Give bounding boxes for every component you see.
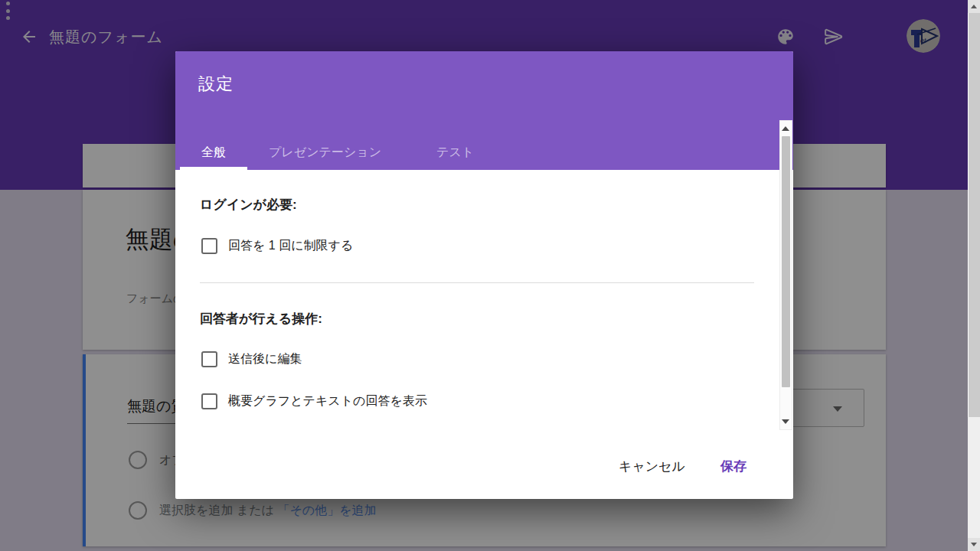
tab-quiz[interactable]: テスト: [415, 135, 495, 170]
checkbox-icon[interactable]: [201, 351, 217, 367]
dialog-footer: キャンセル 保存: [175, 435, 793, 499]
active-tab-underline: [180, 167, 247, 170]
dialog-scrollbar-thumb[interactable]: [782, 136, 790, 387]
settings-tabs: 全般 プレゼンテーション テスト: [180, 135, 495, 170]
scroll-down-arrow-icon[interactable]: [968, 538, 980, 551]
settings-dialog: 設定 全般 プレゼンテーション テスト ログインが必要: 回答を 1 回に制限す…: [175, 51, 793, 499]
checkbox-icon[interactable]: [201, 393, 217, 409]
page-scrollbar-thumb[interactable]: [968, 13, 980, 417]
checkbox-row-limit-one-response[interactable]: 回答を 1 回に制限する: [201, 238, 353, 254]
checkbox-row-edit-after-submit[interactable]: 送信後に編集: [201, 351, 302, 367]
scroll-down-arrow-icon[interactable]: [782, 419, 789, 424]
dialog-scrollbar[interactable]: [779, 120, 792, 430]
checkbox-row-show-summary-charts[interactable]: 概要グラフとテキストの回答を表示: [201, 393, 427, 409]
section-heading-respondent-actions: 回答者が行える操作:: [200, 310, 322, 328]
checkbox-label: 送信後に編集: [228, 351, 302, 367]
section-heading-login-required: ログインが必要:: [200, 196, 297, 214]
tab-presentation[interactable]: プレゼンテーション: [247, 135, 403, 170]
scroll-up-arrow-icon[interactable]: [968, 0, 980, 13]
save-button[interactable]: 保存: [708, 453, 759, 481]
google-forms-editor: 無題のフォーム et 無題のフォーム フォームの説明 無題の質問 オプション: [0, 0, 980, 551]
page-scrollbar[interactable]: [968, 0, 980, 551]
checkbox-label: 概要グラフとテキストの回答を表示: [228, 393, 427, 409]
scroll-up-arrow-icon[interactable]: [782, 126, 789, 131]
checkbox-icon[interactable]: [201, 238, 217, 254]
settings-dialog-header: 設定 全般 プレゼンテーション テスト: [175, 51, 793, 170]
cancel-button[interactable]: キャンセル: [606, 453, 697, 481]
section-divider: [200, 282, 754, 283]
tab-general[interactable]: 全般: [180, 135, 247, 170]
checkbox-label: 回答を 1 回に制限する: [228, 238, 353, 254]
dialog-title: 設定: [198, 73, 234, 96]
